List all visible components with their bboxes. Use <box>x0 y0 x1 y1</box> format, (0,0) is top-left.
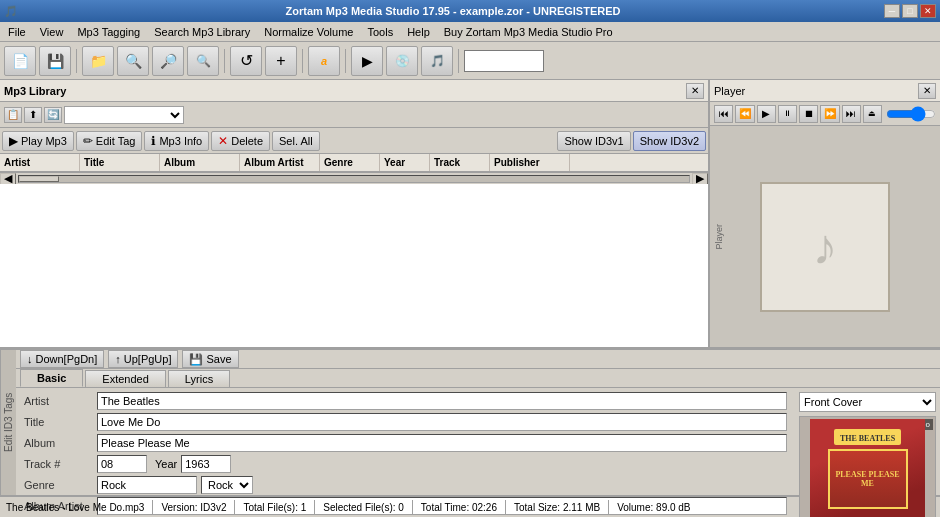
cover-type-select[interactable]: Front Cover <box>799 392 936 412</box>
up-nav-btn[interactable]: ↑ Up[PgUp] <box>108 350 178 368</box>
genre-label: Genre <box>24 476 94 494</box>
menu-buy[interactable]: Buy Zortam Mp3 Media Studio Pro <box>438 24 619 40</box>
maximize-button[interactable]: □ <box>902 4 918 18</box>
toolbar-play-btn[interactable]: ▶ <box>351 46 383 76</box>
col-title[interactable]: Title <box>80 154 160 171</box>
tab-basic[interactable]: Basic <box>20 369 83 387</box>
cover-panel: Front Cover stereo THE BEATLES PLEASE <box>795 388 940 517</box>
eject-btn[interactable]: ⏏ <box>863 105 882 123</box>
toolbar-cd-btn[interactable]: 💿 <box>386 46 418 76</box>
year-label: Year <box>155 458 177 470</box>
artist-input[interactable] <box>97 392 787 410</box>
artist-label: Artist <box>24 392 94 410</box>
lib-arrow-up[interactable]: ⬆ <box>24 107 42 123</box>
player-visual-area: Player ♪ <box>710 126 940 347</box>
toolbar-sep-2 <box>224 49 225 73</box>
menu-help[interactable]: Help <box>401 24 436 40</box>
beatles-photo-text: PLEASE PLEASE ME <box>830 470 906 488</box>
library-filter-select[interactable] <box>64 106 184 124</box>
col-album[interactable]: Album <box>160 154 240 171</box>
menu-view[interactable]: View <box>34 24 70 40</box>
down-arrow-icon: ↓ <box>27 353 33 365</box>
toolbar-sep-4 <box>345 49 346 73</box>
title-input[interactable] <box>97 413 787 431</box>
toolbar-mic-btn[interactable]: 🎵 <box>421 46 453 76</box>
main-layout: Mp3 Library ✕ 📋 ⬆ 🔄 ▶ Play Mp3 <box>0 80 940 495</box>
sel-all-btn[interactable]: Sel. All <box>272 131 320 151</box>
minimize-button[interactable]: ─ <box>884 4 900 18</box>
col-genre[interactable]: Genre <box>320 154 380 171</box>
menu-normalize[interactable]: Normalize Volume <box>258 24 359 40</box>
tab-lyrics[interactable]: Lyrics <box>168 370 230 387</box>
toolbar-refresh-btn[interactable]: ↺ <box>230 46 262 76</box>
player-close-btn[interactable]: ✕ <box>918 83 936 99</box>
player-art-area: ♪ <box>760 172 890 312</box>
show-id3v2-btn[interactable]: Show ID3v2 <box>633 131 706 151</box>
track-year-row: Year <box>97 455 787 473</box>
toolbar-open-btn[interactable]: 📁 <box>82 46 114 76</box>
album-art: ♪ <box>760 182 890 312</box>
library-content[interactable] <box>0 184 708 347</box>
show-id3v1-btn[interactable]: Show ID3v1 <box>557 131 630 151</box>
album-input[interactable] <box>97 434 787 452</box>
status-sep-1 <box>152 500 153 514</box>
tab-extended[interactable]: Extended <box>85 370 165 387</box>
play-mp3-btn[interactable]: ▶ Play Mp3 <box>2 131 74 151</box>
col-track[interactable]: Track <box>430 154 490 171</box>
mp3-info-btn[interactable]: ℹ Mp3 Info <box>144 131 209 151</box>
scroll-left-btn[interactable]: ◀ <box>0 173 16 185</box>
col-publisher[interactable]: Publisher <box>490 154 570 171</box>
edit-tag-btn[interactable]: ✏ Edit Tag <box>76 131 143 151</box>
menu-search[interactable]: Search Mp3 Library <box>148 24 256 40</box>
toolbar-search-input[interactable] <box>464 50 544 72</box>
menu-file[interactable]: File <box>2 24 32 40</box>
status-volume: Volume: 89.0 dB <box>617 502 690 513</box>
beatles-inner: THE BEATLES PLEASE PLEASE ME with Love M… <box>810 419 925 518</box>
col-artist[interactable]: Artist <box>0 154 80 171</box>
volume-slider[interactable] <box>886 109 936 119</box>
year-input[interactable] <box>181 455 231 473</box>
rewind-btn[interactable]: ⏪ <box>735 105 754 123</box>
beatles-photo-area: PLEASE PLEASE ME <box>828 449 908 509</box>
toolbar-zoom-out-btn[interactable]: 🔍 <box>187 46 219 76</box>
pause-btn[interactable]: ⏸ <box>778 105 797 123</box>
track-input[interactable] <box>97 455 147 473</box>
forward-btn[interactable]: ⏩ <box>820 105 839 123</box>
scroll-right-btn[interactable]: ▶ <box>692 173 708 185</box>
library-close-btn[interactable]: ✕ <box>686 83 704 99</box>
lib-arrow-down[interactable]: 📋 <box>4 107 22 123</box>
genre-input[interactable] <box>97 476 197 494</box>
genre-select[interactable]: Rock <box>201 476 253 494</box>
genre-row: Rock <box>97 476 787 494</box>
menu-tools[interactable]: Tools <box>361 24 399 40</box>
beatles-label-top: THE BEATLES <box>834 429 901 445</box>
toolbar-save-btn[interactable]: 💾 <box>39 46 71 76</box>
scroll-track[interactable] <box>18 175 690 183</box>
toolbar-add-btn[interactable]: + <box>265 46 297 76</box>
play-icon: ▶ <box>9 134 18 148</box>
status-total-files: Total File(s): 1 <box>243 502 306 513</box>
col-year[interactable]: Year <box>380 154 430 171</box>
down-nav-btn[interactable]: ↓ Down[PgDn] <box>20 350 104 368</box>
save-btn[interactable]: 💾 Save <box>182 350 238 368</box>
lib-refresh[interactable]: 🔄 <box>44 107 62 123</box>
toolbar-search-btn[interactable]: 🔍 <box>117 46 149 76</box>
delete-btn[interactable]: ✕ Delete <box>211 131 270 151</box>
prev-track-btn[interactable]: ⏮ <box>714 105 733 123</box>
library-column-headers: Artist Title Album Album Artist Genre Ye… <box>0 154 708 172</box>
toolbar-new-btn[interactable]: 📄 <box>4 46 36 76</box>
toolbar-sep-5 <box>458 49 459 73</box>
col-album-artist[interactable]: Album Artist <box>240 154 320 171</box>
track-label: Track # <box>24 455 94 473</box>
close-button[interactable]: ✕ <box>920 4 936 18</box>
stop-btn[interactable]: ⏹ <box>799 105 818 123</box>
next-track-btn[interactable]: ⏭ <box>842 105 861 123</box>
toolbar-amazon-btn[interactable]: a <box>308 46 340 76</box>
library-scrollbar[interactable]: ◀ ▶ <box>0 172 708 184</box>
menu-mp3tagging[interactable]: Mp3 Tagging <box>71 24 146 40</box>
fields-left: Artist Title Album Track # Year Genre <box>16 388 795 517</box>
play-btn[interactable]: ▶ <box>757 105 776 123</box>
player-panel: Player ✕ ⏮ ⏪ ▶ ⏸ ⏹ ⏩ ⏭ ⏏ Play <box>710 80 940 347</box>
scroll-thumb[interactable] <box>19 176 59 182</box>
toolbar-zoom-in-btn[interactable]: 🔎 <box>152 46 184 76</box>
